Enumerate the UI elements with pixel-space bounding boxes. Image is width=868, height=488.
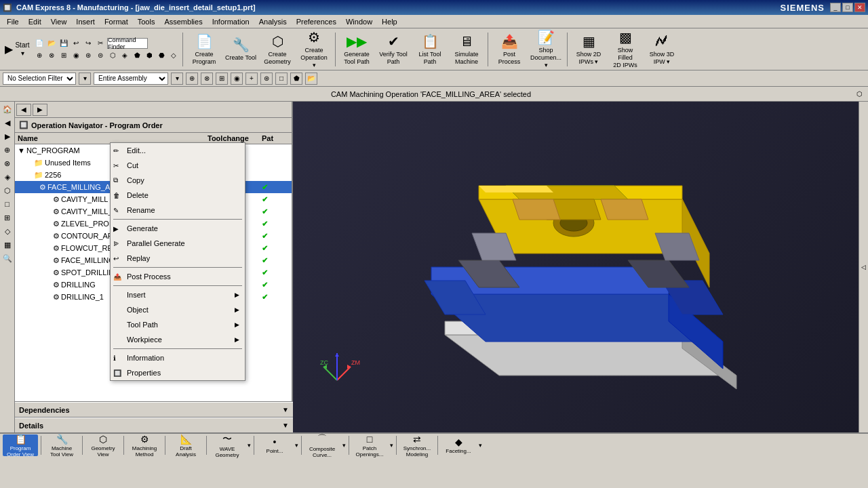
machine-tool-view-button[interactable]: 🔧 MachineTool View: [44, 434, 79, 456]
assembly-dropdown-btn[interactable]: ▾: [171, 73, 183, 85]
simulate-machine-button[interactable]: 🖥 SimulateMachine: [449, 30, 484, 68]
verify-tool-path-button[interactable]: ✔ Verify ToolPath: [376, 30, 411, 68]
snap-btn-8[interactable]: ⬟: [290, 73, 302, 85]
menu-edit[interactable]: Edit: [24, 16, 45, 27]
selection-filter-dropdown[interactable]: No Selection Filter: [3, 73, 76, 85]
draft-analysis-button[interactable]: 📐 DraftAnalysis: [168, 434, 203, 456]
composite-curve-dropdown[interactable]: ▾: [342, 442, 346, 449]
menu-file[interactable]: File: [3, 16, 23, 27]
ctx-information[interactable]: ℹ Information: [111, 350, 245, 365]
create-geometry-button[interactable]: ⬡ CreateGeometry: [260, 30, 295, 68]
tool2-icon[interactable]: ⊗: [1, 157, 14, 169]
tool7-icon[interactable]: ◇: [1, 225, 14, 237]
tool5-icon[interactable]: □: [1, 198, 14, 210]
snap-btn-7[interactable]: □: [275, 73, 288, 85]
ctx-cut[interactable]: ✂ Cut: [111, 158, 245, 173]
ctx-workpiece[interactable]: Workpiece ▶: [111, 332, 245, 347]
tool6-icon[interactable]: ⊞: [1, 211, 14, 224]
snap-btn-4[interactable]: ◉: [231, 73, 243, 85]
close-button[interactable]: ✕: [854, 3, 865, 12]
point-button[interactable]: • Point...: [257, 434, 292, 456]
menu-window[interactable]: Window: [342, 16, 376, 27]
tool8-icon[interactable]: ▦: [1, 239, 14, 251]
ctx-post-process[interactable]: 📤 Post Process: [111, 269, 245, 284]
post-process-button[interactable]: 📤 PostProcess: [492, 30, 527, 68]
dependencies-panel-header[interactable]: Dependencies ▼: [15, 402, 293, 417]
nav-left-button[interactable]: ◀: [16, 104, 31, 116]
menu-assemblies[interactable]: Assemblies: [160, 16, 206, 27]
generate-tool-path-button[interactable]: ▶▶ GenerateTool Path: [339, 30, 374, 68]
restore-button[interactable]: □: [842, 3, 853, 12]
3d-scene[interactable]: ZM ZC: [293, 102, 868, 432]
snap4-icon[interactable]: ◉: [71, 50, 81, 61]
tool3-icon[interactable]: ◈: [1, 171, 14, 183]
snap-btn-6[interactable]: ⊛: [260, 73, 273, 85]
composite-curve-button[interactable]: ⌒ CompositeCurve...: [304, 434, 340, 456]
snap-btn-9[interactable]: 📂: [305, 73, 317, 85]
cut-icon[interactable]: ✂: [95, 38, 106, 49]
window-controls[interactable]: _ □ ✕: [830, 3, 865, 12]
snap-btn-2[interactable]: ⊗: [201, 73, 213, 85]
point-dropdown[interactable]: ▾: [295, 442, 298, 449]
menu-help[interactable]: Help: [378, 16, 401, 27]
show-3d-ipw-button[interactable]: 🗲 Show 3DIPW ▾: [644, 30, 679, 68]
snap-btn-5[interactable]: +: [245, 73, 258, 85]
program-order-view-button[interactable]: 📋 ProgramOrder View: [3, 434, 38, 456]
details-panel-header[interactable]: Details ▼: [15, 418, 293, 432]
synchron-modeling-button[interactable]: ⇄ Synchron...Modeling: [399, 434, 435, 456]
menu-preferences[interactable]: Preferences: [292, 16, 340, 27]
open-icon[interactable]: 📂: [46, 38, 57, 49]
create-operation-button[interactable]: ⚙ CreateOperation ▾: [296, 30, 332, 68]
nav-right-button[interactable]: ▶: [33, 104, 47, 116]
command-finder-icon[interactable]: Command Finder: [107, 38, 148, 49]
snap9-icon[interactable]: ⬟: [132, 50, 142, 61]
nav-home-icon[interactable]: 🏠: [1, 103, 14, 115]
tool1-icon[interactable]: ⊕: [1, 144, 14, 156]
create-tool-button[interactable]: 🔧 Create Tool: [223, 30, 258, 68]
ctx-properties[interactable]: 🔲 Properties: [111, 365, 245, 380]
minimize-button[interactable]: _: [830, 3, 841, 12]
snap10-icon[interactable]: ⬢: [144, 50, 155, 61]
tool4-icon[interactable]: ⬡: [1, 184, 14, 197]
snap2-icon[interactable]: ⊗: [46, 50, 57, 61]
menu-view[interactable]: View: [47, 16, 71, 27]
redo-icon[interactable]: ↪: [83, 38, 94, 49]
list-tool-path-button[interactable]: 📋 List ToolPath: [412, 30, 448, 68]
machining-method-button[interactable]: ⚙ MachiningMethod: [127, 434, 162, 456]
menu-tools[interactable]: Tools: [134, 16, 159, 27]
nav-forward-icon[interactable]: ▶: [1, 130, 14, 142]
snap8-icon[interactable]: ◈: [119, 50, 130, 61]
snap-btn-1[interactable]: ⊕: [186, 73, 198, 85]
ctx-replay[interactable]: ↩ Replay: [111, 251, 245, 266]
show-filled-2d-ipws-button[interactable]: ▩ Show Filled2D IPWs: [608, 30, 643, 68]
snap-btn-3[interactable]: ⊞: [216, 73, 228, 85]
patch-openings-dropdown[interactable]: ▾: [390, 442, 393, 449]
start-button[interactable]: ▶ Start ▾: [3, 30, 33, 68]
wave-geometry-dropdown[interactable]: ▾: [248, 442, 251, 449]
ctx-insert[interactable]: Insert ▶: [111, 287, 245, 302]
assembly-dropdown[interactable]: Entire Assembly: [94, 73, 168, 85]
snap5-icon[interactable]: ⊛: [83, 50, 94, 61]
menu-format[interactable]: Format: [100, 16, 132, 27]
snap3-icon[interactable]: ⊞: [58, 50, 69, 61]
snap7-icon[interactable]: ⬡: [107, 50, 118, 61]
create-program-button[interactable]: 📄 CreateProgram: [186, 30, 222, 68]
ctx-tool-path[interactable]: Tool Path ▶: [111, 317, 245, 332]
patch-openings-button[interactable]: □ PatchOpenings...: [352, 434, 387, 456]
ctx-object[interactable]: Object ▶: [111, 302, 245, 317]
ctx-parallel-generate[interactable]: ⫸ Parallel Generate: [111, 236, 245, 251]
wave-geometry-button[interactable]: 〜 WAVEGeometry: [210, 434, 245, 456]
resize-handle[interactable]: ⬡: [856, 90, 863, 98]
snap6-icon[interactable]: ⊜: [95, 50, 106, 61]
ctx-generate[interactable]: ▶ Generate: [111, 221, 245, 236]
save-icon[interactable]: 💾: [58, 38, 69, 49]
snap11-icon[interactable]: ⬣: [156, 50, 167, 61]
faceting-dropdown[interactable]: ▾: [479, 442, 482, 449]
show-2d-ipws-button[interactable]: ▦ Show 2DIPWs ▾: [571, 30, 606, 68]
menu-insert[interactable]: Insert: [72, 16, 99, 27]
undo-icon[interactable]: ↩: [71, 38, 81, 49]
snap12-icon[interactable]: ◇: [168, 50, 179, 61]
nav-back-icon[interactable]: ◀: [1, 117, 14, 129]
geometry-view-button[interactable]: ⬡ GeometryView: [85, 434, 121, 456]
menu-information[interactable]: Information: [208, 16, 254, 27]
